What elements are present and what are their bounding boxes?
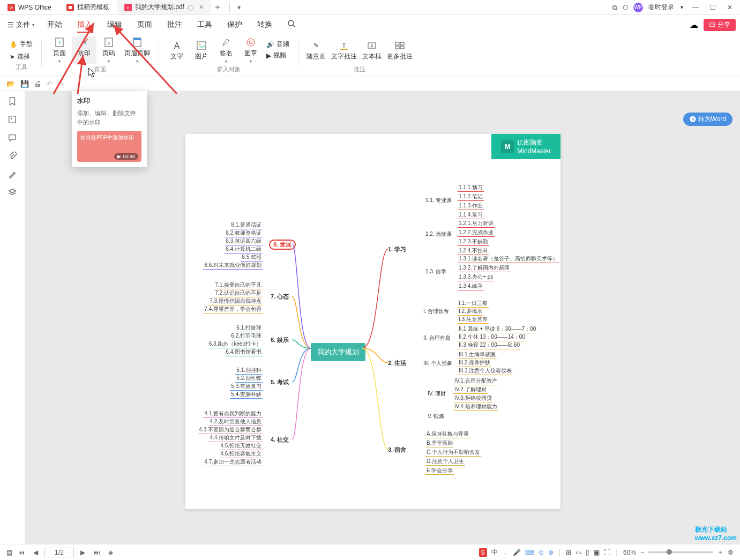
avatar[interactable]: WP [633,3,643,12]
menu-保护[interactable]: 保护 [220,17,250,33]
status-icon-1[interactable]: ， [502,548,509,557]
login-label[interactable]: 临时登录 [648,3,674,12]
title-icon-1[interactable]: ⧉ [612,4,617,11]
svg-point-29 [11,118,12,120]
ime-lang[interactable]: 中 [491,548,498,557]
hand-tool-button[interactable]: ✋手型 [6,39,36,50]
hand-label: 手型 [20,40,33,49]
status-icon-3[interactable]: ⊕ [548,549,554,556]
comment-icon[interactable] [8,133,17,143]
bookmark-icon[interactable] [8,96,17,106]
zoom-out-button[interactable]: − [640,549,644,556]
btn-label: 文本框 [362,52,382,61]
mic-icon[interactable]: 🎤 [513,549,521,556]
btn-label: 签名 [220,49,233,58]
login-caret-icon[interactable]: ▼ [679,5,684,10]
pages-panel-icon[interactable]: ▤ [6,549,12,556]
fit-icon[interactable]: ⛶ [604,549,610,556]
keyboard-icon[interactable]: ⌨ [525,549,534,556]
btn-label: 图章 [244,49,257,58]
textbox-button[interactable]: A文本框 [360,36,384,64]
menu-工具[interactable]: 工具 [190,17,220,33]
zoom-label[interactable]: 60% [623,549,636,556]
leaf: 1.1.1.预习 [458,184,484,192]
svg-line-6 [293,25,295,27]
mindmaster-icon: M [501,140,514,153]
site-watermark: 极光下载站 www.xz7.com [695,525,737,542]
svg-line-31 [78,55,83,94]
leaf: IV.4.培养理财能力 [453,403,498,411]
layers-icon[interactable] [8,188,17,197]
thumbnail-icon[interactable] [8,115,17,124]
last-page-button[interactable]: ⏭ [92,549,102,556]
tab-list-button[interactable]: ▾ [233,4,245,11]
zoom-slider[interactable] [648,551,713,553]
image-icon [196,40,207,51]
svg-rect-28 [9,116,16,123]
cloud-icon[interactable]: ☁ [690,20,698,30]
add-tab-button[interactable]: ＋ [211,2,224,13]
sign-button[interactable]: 签名▾ [214,36,238,64]
leaf: 6.4.图书馆看书 [225,348,263,356]
view-mode-1-icon[interactable]: ⊞ [566,549,571,556]
convert-word-button[interactable]: 🅦 转为Word [683,113,732,126]
leaf: 7.2.认识自己的不足 [214,289,263,297]
template-icon [66,4,74,11]
prev-page-button[interactable]: ◀ [31,549,40,556]
leaf: 6.3.跑步（keep打卡） [208,340,263,348]
leaf: 1.1.4.复习 [458,211,484,219]
logo-en: MindMaster [517,147,551,155]
tab-document[interactable]: P 我的大学规划.pdf ◯ ✕ [117,0,211,14]
maximize-button[interactable]: ☐ [707,4,719,11]
svg-text:P: P [127,6,129,9]
zoom-in-button[interactable]: ＋ [717,548,723,557]
view-mode-4-icon[interactable]: ▣ [594,549,600,556]
save-icon[interactable]: 💾 [20,80,29,88]
next-page-button[interactable]: ▶ [78,549,88,556]
first-page-button[interactable]: ⏮ [17,549,26,556]
btn-label: 视频 [273,51,286,60]
close-window-button[interactable]: ✕ [724,4,736,11]
ime-icon[interactable]: S [479,548,487,557]
node-l4: 4. 社交 [271,436,289,444]
audio-button[interactable]: 🔊音频 [263,39,293,50]
freedraw-button[interactable]: ✎随意画 [304,36,328,64]
attachment-icon[interactable] [8,151,17,161]
image-button[interactable]: 图片 [189,36,214,64]
btn-label: 图片 [195,52,208,61]
view-mode-2-icon[interactable]: ▭ [575,549,581,556]
leaf: III.3.注意个人仪容仪表 [458,367,513,375]
hamburger-icon: ☰ [8,21,14,29]
settings-icon[interactable]: ⚙ [728,549,734,556]
pen-side-icon[interactable] [8,169,17,179]
textannot-button[interactable]: T文字批注 [328,36,360,64]
select-tool-button[interactable]: ➤选择 [6,51,36,62]
tab-templates[interactable]: 找稻壳模板 [59,0,117,14]
page-indicator[interactable]: 1/2 [44,548,74,557]
menu-转换[interactable]: 转换 [250,17,280,33]
stamp-button[interactable]: 图章▾ [238,36,263,64]
open-icon[interactable]: 📂 [6,80,15,88]
logo-cn: 亿图脑图 [517,138,551,147]
svg-text:T: T [342,42,346,49]
view-mode-3-icon[interactable]: ▯ [586,549,589,556]
stamp-icon [245,37,256,48]
search-button[interactable] [287,19,296,30]
close-icon[interactable]: ✕ [199,4,204,11]
tooltip-video-thumb[interactable]: 如何在PDF中添加水印 ▶ 00:48 [77,131,141,162]
group-label: 批注 [354,65,365,73]
video-button[interactable]: ▶视频 [263,50,293,61]
moreannot-button[interactable]: 更多批注 [384,36,415,64]
cursor-icon: ➤ [10,53,15,61]
leaf: 4.4.传输文件及时下载 [208,434,263,442]
minimize-button[interactable]: — [690,4,701,11]
leaf: 1.3.4.练字 [458,282,484,290]
share-button[interactable]: ⮹ 分享 [704,19,736,31]
more-icon [394,40,405,51]
zoom-thumb[interactable] [667,549,672,555]
title-icon-2[interactable]: ⬡ [623,4,628,11]
app-name-tab[interactable]: W WPS Office [0,0,59,14]
status-icon-2[interactable]: ⊙ [539,549,544,556]
marker-icon[interactable]: ◈ [106,549,116,556]
btn-label: 音频 [276,40,289,49]
